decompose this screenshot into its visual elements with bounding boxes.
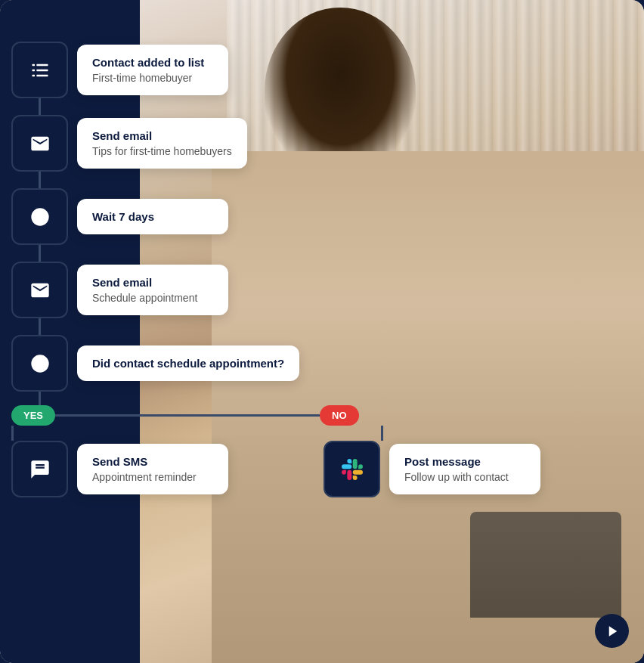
slack-title: Post message <box>404 454 525 469</box>
email-icon-box-1 <box>11 115 68 172</box>
sms-icon <box>29 459 51 480</box>
svg-rect-3 <box>36 69 48 70</box>
svg-rect-2 <box>32 69 35 70</box>
svg-text:?: ? <box>36 357 43 370</box>
email-icon-1 <box>29 133 51 154</box>
connector-5 <box>39 392 41 405</box>
email-icon-box-2 <box>11 262 68 318</box>
workflow-item-wait: Wait 7 days <box>11 188 540 245</box>
workflow-item-slack: Post message Follow up with contact <box>324 441 540 497</box>
question-title: Did contact schedule appointment? <box>92 356 284 371</box>
send-email-2-title: Send email <box>92 275 213 290</box>
branch-lines <box>11 426 389 441</box>
laptop <box>470 512 621 618</box>
svg-rect-4 <box>32 74 35 76</box>
yes-line-down <box>11 426 14 441</box>
svg-rect-0 <box>32 64 35 65</box>
contact-added-title: Contact added to list <box>92 55 213 70</box>
contact-added-card: Contact added to list First-time homebuy… <box>77 45 228 96</box>
sms-subtitle: Appointment reminder <box>92 470 213 484</box>
no-badge: NO <box>320 405 359 426</box>
slack-subtitle: Follow up with contact <box>404 470 525 484</box>
bottom-cards-row: Send SMS Appointment reminder <box>11 441 540 497</box>
contact-added-subtitle: First-time homebuyer <box>92 71 213 85</box>
play-button[interactable] <box>595 614 629 648</box>
send-email-1-card: Send email Tips for first-time homebuyer… <box>77 118 247 169</box>
clock-icon <box>29 206 51 228</box>
list-icon <box>29 60 51 81</box>
connector-3 <box>39 245 41 262</box>
workflow-section: Contact added to list First-time homebuy… <box>11 42 540 497</box>
slack-icon <box>342 459 363 480</box>
svg-marker-9 <box>609 626 618 637</box>
no-branch-top: NO <box>320 405 359 426</box>
sms-title: Send SMS <box>92 454 213 469</box>
workflow-item-send-email-1: Send email Tips for first-time homebuyer… <box>11 115 540 172</box>
workflow-item-sms: Send SMS Appointment reminder <box>11 441 228 497</box>
send-email-1-title: Send email <box>92 129 232 144</box>
svg-rect-5 <box>36 74 48 76</box>
email-icon-2 <box>29 280 51 301</box>
question-icon: ? <box>29 353 51 374</box>
connector-1 <box>39 98 41 115</box>
h-connector-no <box>55 414 320 417</box>
play-icon <box>606 624 620 638</box>
slack-card: Post message Follow up with contact <box>389 444 540 495</box>
sms-icon-box <box>11 441 68 497</box>
wait-title: Wait 7 days <box>92 209 213 225</box>
workflow-item-send-email-2: Send email Schedule appointment <box>11 262 540 318</box>
send-email-1-subtitle: Tips for first-time homebuyers <box>92 144 232 158</box>
list-icon-box <box>11 42 68 98</box>
wait-card: Wait 7 days <box>77 199 228 235</box>
clock-icon-box <box>11 188 68 245</box>
send-email-2-subtitle: Schedule appointment <box>92 291 213 305</box>
workflow-item-question: ? Did contact schedule appointment? <box>11 335 540 392</box>
send-email-2-card: Send email Schedule appointment <box>77 265 228 316</box>
yes-badge: YES <box>11 405 55 426</box>
question-icon-box: ? <box>11 335 68 392</box>
yes-branch-top: YES <box>11 405 55 426</box>
badge-row: YES NO <box>11 405 389 426</box>
slack-icon-box <box>324 441 380 497</box>
svg-rect-1 <box>36 64 48 65</box>
no-line-down <box>381 426 383 441</box>
sms-card: Send SMS Appointment reminder <box>77 444 228 495</box>
question-card: Did contact schedule appointment? <box>77 345 299 382</box>
connector-2 <box>39 172 41 188</box>
workflow-item-contact-added: Contact added to list First-time homebuy… <box>11 42 540 98</box>
connector-4 <box>39 318 41 335</box>
